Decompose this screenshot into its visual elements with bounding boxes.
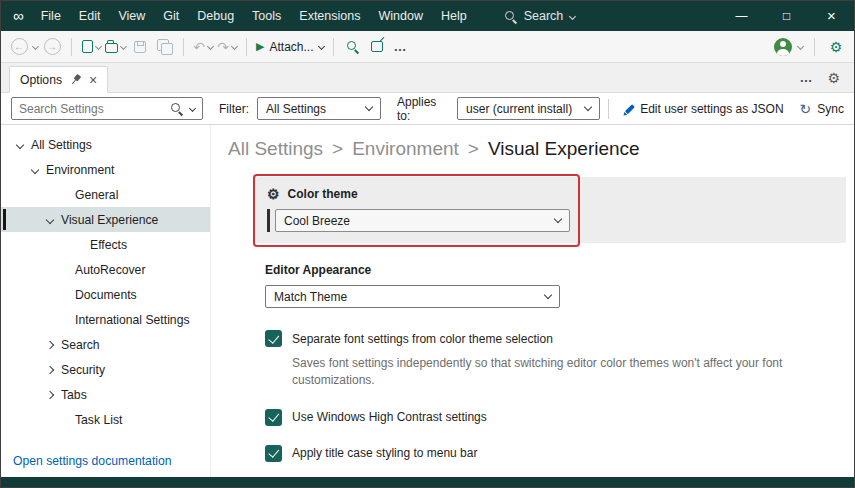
applies-to-dropdown[interactable]: user (current install) bbox=[457, 97, 600, 120]
sidebar-tree-item[interactable]: Documents bbox=[1, 282, 210, 307]
menu-item[interactable]: View bbox=[109, 1, 154, 31]
tree-expander-icon[interactable] bbox=[47, 217, 61, 223]
settings-content: All Settings > Environment > Visual Expe… bbox=[211, 125, 854, 477]
find-in-files-button[interactable] bbox=[343, 35, 363, 59]
menu-item[interactable]: Tools bbox=[243, 1, 290, 31]
filterbar-separator bbox=[608, 99, 609, 119]
filter-dropdown-value: All Settings bbox=[266, 102, 326, 116]
back-history-chevron-icon[interactable] bbox=[32, 43, 39, 50]
modified-setting-indicator bbox=[267, 209, 270, 232]
toolbar-separator bbox=[246, 38, 247, 56]
sidebar-tree-item[interactable]: Task List bbox=[1, 407, 210, 432]
search-icon bbox=[504, 10, 517, 23]
editor-appearance-dropdown[interactable]: Match Theme bbox=[265, 285, 560, 308]
app-window: ∞ FileEditViewGitDebugToolsExtensionsWin… bbox=[0, 0, 855, 488]
new-file-icon bbox=[82, 40, 93, 53]
menu-item[interactable]: Edit bbox=[70, 1, 110, 31]
checkbox[interactable] bbox=[265, 409, 282, 426]
checkbox-label: Use Windows High Contrast settings bbox=[292, 410, 487, 424]
edit-json-button[interactable]: Edit user settings as JSON bbox=[625, 102, 784, 116]
open-in-window-icon bbox=[371, 41, 383, 52]
sidebar-tree-item[interactable]: Tabs bbox=[1, 382, 210, 407]
account-chevron-icon[interactable] bbox=[797, 43, 804, 50]
tree-expander-icon[interactable] bbox=[32, 167, 46, 173]
redo-button[interactable]: ↷ bbox=[217, 35, 237, 59]
undo-icon: ↶ bbox=[193, 40, 205, 54]
tree-item-label: International Settings bbox=[75, 313, 190, 327]
edit-json-icon bbox=[625, 104, 635, 114]
tree-expander-icon[interactable] bbox=[17, 142, 31, 148]
tabbar-overflow-button[interactable]: … bbox=[799, 70, 813, 85]
open-in-window-button[interactable] bbox=[367, 35, 387, 59]
minimize-button[interactable]: — bbox=[719, 1, 764, 31]
tree-expander-icon[interactable] bbox=[47, 392, 61, 398]
search-settings-box[interactable] bbox=[11, 97, 203, 120]
breadcrumb-item[interactable]: All Settings bbox=[228, 138, 323, 160]
save-all-button[interactable] bbox=[154, 35, 174, 59]
tree-expander-icon[interactable] bbox=[47, 342, 61, 348]
save-icon bbox=[134, 41, 146, 53]
checkbox[interactable] bbox=[265, 330, 282, 347]
filter-label: Filter: bbox=[219, 102, 249, 116]
sidebar-tree-item[interactable]: Search bbox=[1, 332, 210, 357]
editor-appearance-value: Match Theme bbox=[274, 290, 347, 304]
tree-expander-icon[interactable] bbox=[47, 367, 61, 373]
sidebar-tree-item[interactable]: Security bbox=[1, 357, 210, 382]
titlebar-search-label: Search bbox=[524, 9, 564, 23]
new-file-button[interactable] bbox=[81, 35, 101, 59]
undo-button[interactable]: ↶ bbox=[193, 35, 213, 59]
sidebar-tree-item[interactable]: Environment bbox=[1, 157, 210, 182]
menu-item[interactable]: Help bbox=[432, 1, 476, 31]
highlighted-setting-band: ⚙ Color theme Cool Breeze bbox=[255, 177, 846, 243]
chevron-down-icon bbox=[569, 12, 576, 19]
chevron-down-icon bbox=[544, 291, 552, 299]
sync-button[interactable]: ↻ Sync bbox=[800, 102, 844, 116]
menu-item[interactable]: Git bbox=[154, 1, 188, 31]
tree-item-label: Tabs bbox=[61, 388, 87, 402]
play-icon: ▶ bbox=[256, 40, 264, 53]
back-button[interactable]: ← bbox=[9, 35, 29, 59]
pin-icon[interactable] bbox=[67, 71, 83, 87]
breadcrumb-item[interactable]: Visual Experience bbox=[488, 138, 640, 160]
search-settings-input[interactable] bbox=[19, 102, 163, 116]
titlebar-search[interactable]: Search bbox=[504, 9, 576, 23]
edit-json-label: Edit user settings as JSON bbox=[640, 102, 783, 116]
status-bar bbox=[1, 477, 854, 487]
sidebar-tree-item[interactable]: International Settings bbox=[1, 307, 210, 332]
sidebar-tree-item[interactable]: Effects bbox=[1, 232, 210, 257]
checkbox-label: Separate font settings from color theme … bbox=[292, 332, 553, 346]
sidebar-tree-item[interactable]: All Settings bbox=[1, 132, 210, 157]
save-button[interactable] bbox=[130, 35, 150, 59]
forward-button[interactable]: → bbox=[42, 35, 62, 59]
menu-item[interactable]: Window bbox=[369, 1, 431, 31]
setting-checkbox-row: Separate font settings from color theme … bbox=[265, 330, 846, 390]
tab-options[interactable]: Options × bbox=[9, 66, 108, 93]
menu-item[interactable]: File bbox=[32, 1, 70, 31]
toolbar-settings-button[interactable]: ⚙ bbox=[826, 35, 846, 59]
maximize-button[interactable]: □ bbox=[764, 1, 809, 31]
breadcrumb-item[interactable]: Environment bbox=[352, 138, 459, 160]
tabbar-gear-icon[interactable]: ⚙ bbox=[827, 70, 840, 86]
toolbar-overflow-button[interactable]: … bbox=[391, 35, 411, 59]
color-theme-value: Cool Breeze bbox=[284, 214, 350, 228]
checkbox-label: Apply title case styling to menu bar bbox=[292, 446, 477, 460]
close-button[interactable]: × bbox=[809, 1, 854, 31]
open-file-button[interactable] bbox=[105, 35, 126, 59]
tree-item-label: General bbox=[75, 188, 118, 202]
filter-dropdown[interactable]: All Settings bbox=[257, 97, 381, 120]
attach-button[interactable]: ▶ Attach... bbox=[256, 35, 324, 59]
menu-item[interactable]: Extensions bbox=[290, 1, 369, 31]
menu-item[interactable]: Debug bbox=[188, 1, 243, 31]
tree-item-label: Environment bbox=[46, 163, 114, 177]
sidebar-tree-item[interactable]: AutoRecover bbox=[1, 257, 210, 282]
checkbox-description: Saves font settings independently so tha… bbox=[292, 355, 827, 390]
open-settings-documentation-link[interactable]: Open settings documentation bbox=[13, 454, 172, 468]
sidebar-tree-item[interactable]: General bbox=[1, 182, 210, 207]
user-avatar[interactable] bbox=[774, 38, 792, 56]
checkbox[interactable] bbox=[265, 445, 282, 462]
chevron-down-icon[interactable] bbox=[189, 105, 196, 112]
forward-icon: → bbox=[44, 38, 61, 55]
color-theme-dropdown[interactable]: Cool Breeze bbox=[275, 209, 570, 232]
tab-close-icon[interactable]: × bbox=[89, 73, 97, 87]
sidebar-tree-item[interactable]: Visual Experience bbox=[1, 207, 210, 232]
